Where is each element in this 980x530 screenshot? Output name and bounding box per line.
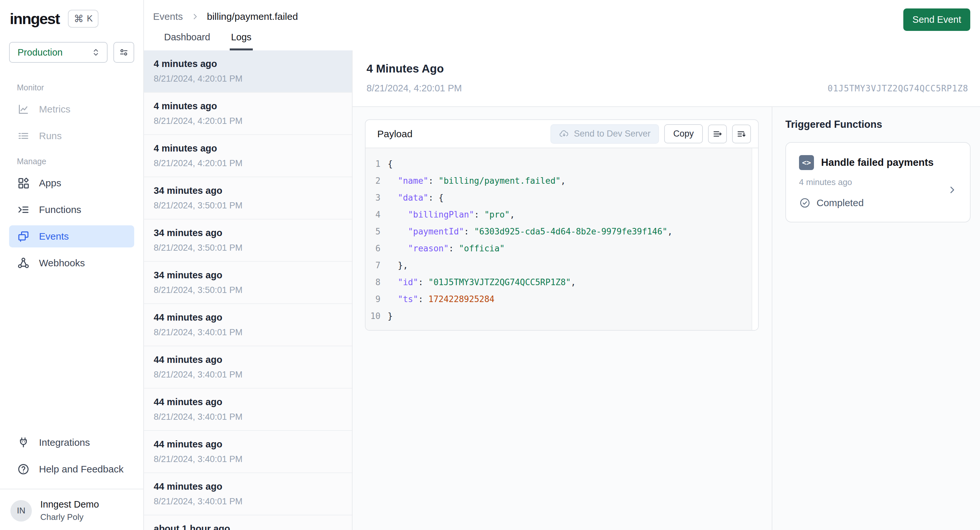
function-run-time: 4 minutes ago (799, 177, 957, 187)
event-list-item[interactable]: 34 minutes ago8/21/2024, 3:50:01 PM (144, 177, 352, 219)
event-timestamp: 8/21/2024, 4:20:01 PM (154, 158, 342, 168)
event-list-item[interactable]: 44 minutes ago8/21/2024, 3:40:01 PM (144, 473, 352, 516)
event-log-list: 4 minutes ago8/21/2024, 4:20:01 PM4 minu… (144, 50, 353, 530)
event-list-item[interactable]: 44 minutes ago8/21/2024, 3:40:01 PM (144, 389, 352, 431)
event-timestamp: 8/21/2024, 3:40:01 PM (154, 454, 342, 464)
sidebar-item-metrics[interactable]: Metrics (9, 98, 134, 120)
payload-title: Payload (377, 128, 412, 139)
send-to-dev-server-button[interactable]: Send to Dev Server (550, 124, 659, 144)
triggered-function-card[interactable]: <> Handle failed payments 4 minutes ago … (785, 142, 970, 222)
event-detail-header: 4 Minutes Ago 8/21/2024, 4:20:01 PM 01J5… (353, 50, 980, 107)
sidebar-item-integrations[interactable]: Integrations (9, 431, 134, 453)
event-relative-time: 44 minutes ago (154, 312, 342, 323)
event-relative-time: 44 minutes ago (154, 354, 342, 365)
payload-card-header: Payload Send to Dev Server Copy (366, 120, 758, 148)
content: 4 minutes ago8/21/2024, 4:20:01 PM4 minu… (144, 50, 980, 530)
lines-down-arrow-icon (736, 129, 747, 139)
line-number: 9 (366, 291, 380, 308)
triggered-functions-heading: Triggered Functions (785, 119, 970, 130)
check-circle-icon (799, 197, 811, 209)
line-number: 10 (366, 308, 380, 324)
sidebar-item-runs[interactable]: Runs (9, 125, 134, 147)
payload-code-editor: 1{2 "name": "billing/payment.failed",3 "… (366, 148, 758, 331)
environment-select[interactable]: Production (9, 42, 108, 63)
code-line: 5 "paymentId": "6303d925-cda5-4d64-8b2e-… (366, 223, 758, 240)
sidebar-item-label: Integrations (39, 437, 90, 448)
event-timestamp: 8/21/2024, 3:40:01 PM (154, 370, 342, 380)
event-relative-time: 34 minutes ago (154, 227, 342, 238)
logo-row: inngest ⌘ K (0, 8, 143, 28)
shortcut-key-label: K (87, 14, 92, 24)
sidebar-section-label: Manage (9, 152, 134, 171)
code-line: 10} (366, 308, 758, 324)
code-line: 7 }, (366, 257, 758, 274)
event-timestamp: 8/21/2024, 4:20:01 PM (154, 74, 342, 83)
payload-actions: Send to Dev Server Copy (550, 124, 751, 144)
send-event-button[interactable]: Send Event (903, 8, 970, 31)
copy-button[interactable]: Copy (664, 124, 703, 144)
event-list-item[interactable]: 44 minutes ago8/21/2024, 3:40:01 PM (144, 304, 352, 346)
sidebar-item-help-and-feedback[interactable]: Help and Feedback (9, 458, 134, 480)
event-list-item[interactable]: about 1 hour ago (144, 516, 352, 530)
event-list-item[interactable]: 34 minutes ago8/21/2024, 3:50:01 PM (144, 262, 352, 304)
webhooks-icon (17, 257, 30, 270)
event-relative-time: 4 minutes ago (154, 58, 342, 69)
sidebar-item-label: Webhooks (39, 257, 85, 268)
environment-row: Production (0, 28, 143, 63)
breadcrumb-events-link[interactable]: Events (153, 11, 183, 22)
tab-logs[interactable]: Logs (230, 30, 253, 50)
apps-icon (17, 177, 30, 190)
avatar: IN (10, 500, 32, 522)
code-line: 3 "data": { (366, 189, 758, 206)
metrics-icon (17, 103, 30, 116)
event-list-item[interactable]: 44 minutes ago8/21/2024, 3:40:01 PM (144, 346, 352, 389)
event-list-item[interactable]: 4 minutes ago8/21/2024, 4:20:01 PM (144, 93, 352, 135)
sidebar-item-apps[interactable]: Apps (9, 172, 134, 194)
sliders-icon (118, 47, 129, 58)
line-number: 1 (366, 155, 380, 172)
command-palette-shortcut[interactable]: ⌘ K (68, 10, 99, 28)
event-list-item[interactable]: 4 minutes ago8/21/2024, 4:20:01 PM (144, 50, 352, 93)
sidebar-item-label: Apps (39, 177, 61, 188)
code-line: 8 "id": "01J5TMY3VJTZ2QG74QCC5RP1Z8", (366, 274, 758, 291)
event-list-item[interactable]: 34 minutes ago8/21/2024, 3:50:01 PM (144, 219, 352, 262)
scroll-to-bottom-button[interactable] (732, 125, 751, 144)
word-wrap-icon (712, 129, 723, 139)
event-list-item[interactable]: 44 minutes ago8/21/2024, 3:40:01 PM (144, 431, 352, 473)
event-timestamp: 8/21/2024, 3:40:01 PM (154, 412, 342, 422)
event-relative-time: about 1 hour ago (154, 523, 342, 530)
event-detail-title: 4 Minutes Ago (366, 62, 968, 75)
sidebar-nav: MonitorMetricsRunsManageAppsFunctionsEve… (0, 63, 143, 430)
event-list-item[interactable]: 4 minutes ago8/21/2024, 4:20:01 PM (144, 135, 352, 177)
sidebar-item-label: Help and Feedback (39, 464, 124, 475)
event-timestamp: 8/21/2024, 3:40:01 PM (154, 327, 342, 337)
function-status: Completed (799, 197, 957, 209)
code-icon: <> (799, 155, 814, 170)
sidebar-item-webhooks[interactable]: Webhooks (9, 252, 134, 274)
tab-dashboard[interactable]: Dashboard (163, 30, 212, 50)
sidebar: inngest ⌘ K Production MonitorMetricsRun… (0, 0, 144, 530)
user-name: Charly Poly (40, 512, 99, 522)
environment-settings-button[interactable] (113, 42, 134, 63)
sidebar-item-label: Runs (39, 130, 62, 141)
code-line: 9 "ts": 1724228925284 (366, 291, 758, 308)
runs-icon (17, 129, 30, 142)
code-line: 1{ (366, 155, 758, 172)
event-relative-time: 44 minutes ago (154, 396, 342, 407)
sidebar-footer: IntegrationsHelp and Feedback IN Inngest… (0, 430, 143, 522)
code-scrollbar-gutter[interactable] (752, 148, 758, 331)
line-number: 3 (366, 189, 380, 206)
sidebar-section-label: Monitor (9, 78, 134, 97)
payload-column: Payload Send to Dev Server Copy (353, 107, 772, 530)
line-number: 6 (366, 240, 380, 257)
event-relative-time: 44 minutes ago (154, 439, 342, 450)
user-menu[interactable]: IN Inngest Demo Charly Poly (9, 489, 134, 522)
function-name: Handle failed payments (821, 157, 934, 168)
sidebar-item-functions[interactable]: Functions (9, 199, 134, 221)
word-wrap-button[interactable] (708, 125, 727, 144)
sidebar-item-events[interactable]: Events (9, 225, 134, 247)
event-timestamp: 8/21/2024, 4:20:01 PM (154, 116, 342, 126)
event-timestamp: 8/21/2024, 3:50:01 PM (154, 201, 342, 211)
command-icon: ⌘ (74, 13, 84, 24)
event-detail: 4 Minutes Ago 8/21/2024, 4:20:01 PM 01J5… (353, 50, 980, 530)
